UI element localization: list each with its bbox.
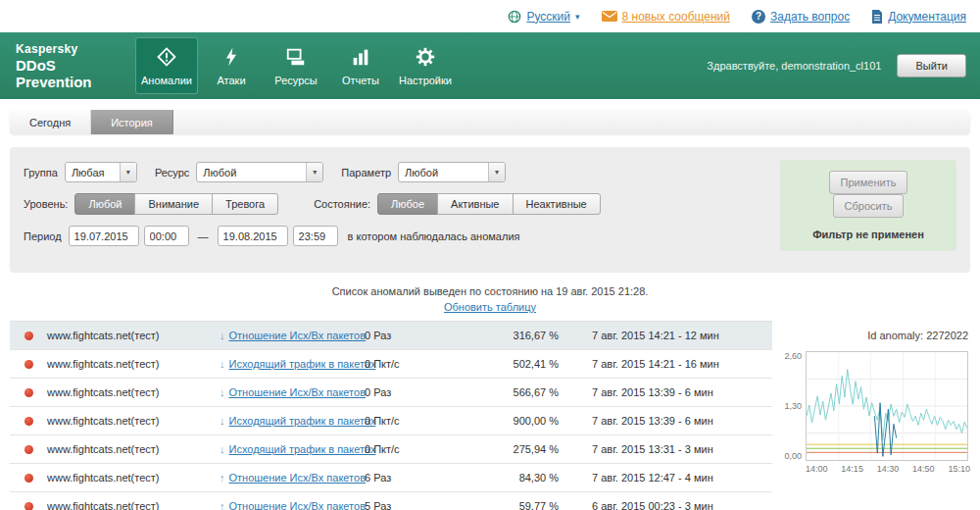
- anomaly-value: 0 Пкт/с: [365, 415, 461, 427]
- anomaly-period: 7 авг. 2015 13:39 - 6 мин: [559, 415, 772, 427]
- resource-name: www.fightcats.net(тест): [47, 330, 220, 341]
- nav-item-attacks[interactable]: Атаки: [200, 37, 263, 94]
- state-option-0[interactable]: Любое: [377, 193, 438, 215]
- anomaly-status-dot: [24, 502, 33, 510]
- nav-item-label: Атаки: [217, 75, 245, 86]
- chart-body: 2,601,300,00: [782, 351, 970, 461]
- anomaly-value: 0 Пкт/с: [365, 443, 461, 455]
- filter-status-text: Фильтр не применен: [788, 229, 949, 240]
- parameter-link[interactable]: Отношение Исх/Вх пакетов: [229, 330, 367, 341]
- arrow-up-icon: ↑: [220, 500, 225, 510]
- status-cell: [10, 332, 47, 340]
- state-segment: ЛюбоеАктивныеНеактивные: [377, 193, 601, 215]
- parameter-select[interactable]: Любой: [398, 162, 506, 182]
- resource-select[interactable]: Любой: [196, 162, 323, 182]
- state-option-2[interactable]: Неактивные: [513, 193, 601, 215]
- arrow-down-icon: ↓: [220, 330, 225, 341]
- status-text: Список аномалий выведен по состоянию на …: [0, 285, 980, 297]
- anomaly-percent: 84,30 %: [461, 472, 559, 484]
- parameter-select-value: Любой: [399, 167, 488, 178]
- x-tick-label: 14:00: [806, 464, 828, 474]
- tab-history[interactable]: История: [91, 110, 173, 134]
- anomaly-period: 6 авг. 2015 00:23 - 3 мин: [559, 500, 772, 510]
- ask-question-link[interactable]: ?Задать вопрос: [752, 10, 850, 24]
- level-option-2[interactable]: Тревога: [212, 193, 278, 215]
- nav-item-label: Аномалии: [141, 75, 192, 86]
- parameter-cell: ↓ Исходящий трафик в пакетах: [220, 415, 365, 427]
- parameter-link[interactable]: Отношение Исх/Вх пакетов: [229, 386, 367, 398]
- brand-line1: Kaspersky: [16, 42, 135, 56]
- chart-title: Id anomaly: 2272022: [782, 330, 968, 341]
- group-select[interactable]: Любая: [65, 162, 137, 182]
- time-from-input[interactable]: [144, 226, 189, 246]
- parameter-link[interactable]: Исходящий трафик в пакетах: [229, 358, 376, 370]
- filter-panel: Группа Любая Ресурс Любой Параметр Любой…: [10, 147, 970, 273]
- apply-button[interactable]: Применить: [829, 171, 908, 194]
- chevron-down-icon: ▾: [575, 12, 580, 22]
- nav-item-reports[interactable]: Отчеты: [329, 37, 392, 94]
- period-label: Период: [24, 230, 62, 242]
- level-option-1[interactable]: Внимание: [134, 193, 213, 215]
- table-row[interactable]: www.fightcats.net(тест) ↓ Исходящий траф…: [10, 350, 772, 379]
- parameter-link[interactable]: Отношение Исх/Вх пакетов: [229, 472, 367, 484]
- main-nav: Аномалии Атаки Ресурсы Отчеты Настройки: [135, 32, 457, 99]
- topbar: Русский▾8 новых сообщений?Задать вопросД…: [0, 0, 980, 32]
- nav-item-anomalies[interactable]: Аномалии: [135, 37, 198, 94]
- anomaly-chart[interactable]: [806, 351, 968, 461]
- parameter-label: Параметр: [341, 167, 391, 178]
- table-status: Список аномалий выведен по состоянию на …: [0, 285, 980, 313]
- table-row[interactable]: www.fightcats.net(тест) ↓ Исходящий траф…: [10, 435, 772, 464]
- parameter-link[interactable]: Отношение Исх/Вх пакетов: [229, 500, 367, 510]
- anomaly-status-dot: [24, 360, 33, 369]
- status-cell: [10, 388, 47, 397]
- top-link-label: Русский: [526, 10, 570, 24]
- reset-button[interactable]: Сбросить: [833, 194, 905, 218]
- top-link-label: Документация: [888, 10, 966, 24]
- date-from-input[interactable]: [69, 226, 139, 246]
- state-label: Состояние:: [314, 198, 370, 210]
- table-row[interactable]: www.fightcats.net(тест) ↓ Отношение Исх/…: [10, 379, 772, 407]
- refresh-table-link[interactable]: Обновить таблицу: [444, 301, 536, 313]
- table-row[interactable]: www.fightcats.net(тест) ↓ Отношение Исх/…: [10, 322, 772, 350]
- anomaly-status-dot: [24, 388, 33, 397]
- table-row[interactable]: www.fightcats.net(тест) ↑ Отношение Исх/…: [10, 492, 772, 510]
- parameter-link[interactable]: Исходящий трафик в пакетах: [229, 415, 376, 427]
- anomaly-percent: 502,41 %: [461, 358, 559, 370]
- resource-label: Ресурс: [155, 167, 189, 178]
- nav-item-settings[interactable]: Настройки: [394, 37, 457, 94]
- resource-name: www.fightcats.net(тест): [47, 415, 220, 427]
- level-option-0[interactable]: Любой: [74, 193, 135, 215]
- filter-buttons: Применить Сбросить: [788, 171, 949, 218]
- resource-name: www.fightcats.net(тест): [47, 443, 220, 455]
- date-to-input[interactable]: [218, 226, 288, 246]
- status-cell: [10, 474, 47, 483]
- y-tick-label: 2,60: [784, 351, 802, 361]
- y-tick-label: 1,30: [784, 401, 802, 411]
- language-switcher[interactable]: Русский▾: [508, 10, 579, 24]
- level-segment: ЛюбойВниманиеТревога: [74, 193, 278, 215]
- anomaly-period: 7 авг. 2015 13:39 - 6 мин: [559, 386, 772, 398]
- resource-name: www.fightcats.net(тест): [47, 386, 220, 398]
- table-row[interactable]: www.fightcats.net(тест) ↓ Исходящий траф…: [10, 407, 772, 435]
- status-cell: [10, 445, 47, 454]
- tab-today[interactable]: Сегодня: [10, 110, 91, 134]
- parameter-cell: ↓ Отношение Исх/Вх пакетов: [220, 386, 365, 398]
- chevron-down-icon: [120, 163, 136, 181]
- time-to-input[interactable]: [293, 226, 338, 246]
- logout-button[interactable]: Выйти: [897, 54, 966, 77]
- anomaly-percent: 566,67 %: [461, 386, 559, 398]
- nav-item-resources[interactable]: Ресурсы: [265, 37, 327, 94]
- lightning-icon: [220, 46, 242, 70]
- parameter-link[interactable]: Исходящий трафик в пакетах: [229, 443, 376, 455]
- status-cell: [10, 417, 47, 426]
- messages-link[interactable]: 8 новых сообщений: [602, 10, 730, 24]
- state-option-1[interactable]: Активные: [437, 193, 513, 215]
- table-row[interactable]: www.fightcats.net(тест) ↑ Отношение Исх/…: [10, 464, 772, 492]
- documentation-link[interactable]: Документация: [871, 10, 966, 24]
- nav-item-label: Настройки: [399, 75, 452, 86]
- tab-label: Сегодня: [29, 117, 71, 128]
- anomaly-value: 0 Пкт/с: [365, 358, 461, 370]
- anomaly-period: 7 авг. 2015 14:21 - 16 мин: [559, 358, 772, 370]
- anomaly-percent: 275,94 %: [461, 443, 559, 455]
- arrow-down-icon: ↓: [220, 386, 225, 398]
